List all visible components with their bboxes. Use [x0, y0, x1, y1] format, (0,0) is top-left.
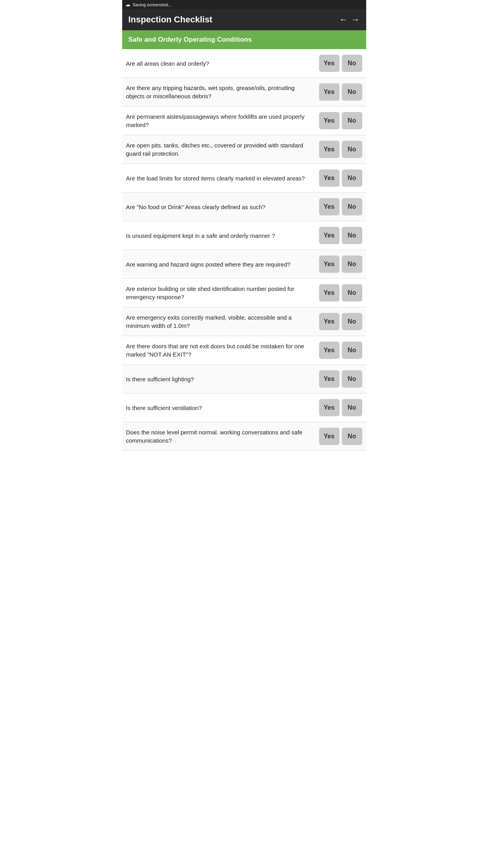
no-button[interactable]: No — [342, 342, 362, 359]
answer-button-group: YesNo — [319, 313, 362, 330]
table-row: Are emergency exits correctly marked, vi… — [122, 307, 366, 336]
question-text: Is there sufficient lighting? — [126, 375, 319, 383]
answer-button-group: YesNo — [319, 112, 362, 129]
answer-button-group: YesNo — [319, 227, 362, 244]
question-text: Are emergency exits correctly marked, vi… — [126, 313, 319, 330]
no-button[interactable]: No — [342, 55, 362, 72]
yes-button[interactable]: Yes — [319, 141, 339, 158]
navigation-arrows[interactable]: ← → — [339, 15, 360, 25]
no-button[interactable]: No — [342, 169, 362, 187]
no-button[interactable]: No — [342, 227, 362, 244]
no-button[interactable]: No — [342, 313, 362, 330]
yes-button[interactable]: Yes — [319, 83, 339, 101]
answer-button-group: YesNo — [319, 284, 362, 302]
yes-button[interactable]: Yes — [319, 55, 339, 72]
no-button[interactable]: No — [342, 284, 362, 302]
no-button[interactable]: No — [342, 399, 362, 416]
question-text: Are exterior building or site shed ident… — [126, 285, 319, 301]
table-row: Are there doors that are not exit doors … — [122, 336, 366, 365]
cloud-icon: ☁ — [125, 2, 130, 7]
table-row: Is unused equipment kept in a safe and o… — [122, 221, 366, 250]
question-text: Is there sufficient ventilation? — [126, 404, 319, 412]
answer-button-group: YesNo — [319, 370, 362, 388]
yes-button[interactable]: Yes — [319, 399, 339, 416]
table-row: Are all areas clean and orderly?YesNo — [122, 49, 366, 78]
no-button[interactable]: No — [342, 83, 362, 101]
table-row: Are warning and hazard signs posted wher… — [122, 250, 366, 279]
status-text: Saving screenshot... — [133, 2, 172, 7]
question-text: Does the noise level permit normal. work… — [126, 428, 319, 445]
yes-button[interactable]: Yes — [319, 313, 339, 330]
table-row: Are the load limits for stored items cle… — [122, 164, 366, 193]
question-text: Are there doors that are not exit doors … — [126, 342, 319, 359]
answer-button-group: YesNo — [319, 198, 362, 215]
no-button[interactable]: No — [342, 256, 362, 273]
arrow-right-icon[interactable]: → — [351, 15, 360, 25]
yes-button[interactable]: Yes — [319, 370, 339, 388]
status-bar: ☁ Saving screenshot... — [122, 0, 366, 9]
section-header-label: Safe and Orderly Operating Conditions — [128, 36, 252, 43]
question-text: Are "No food or Drink" Areas clearly def… — [126, 203, 319, 211]
answer-button-group: YesNo — [319, 256, 362, 273]
question-text: Are all areas clean and orderly? — [126, 59, 319, 68]
answer-button-group: YesNo — [319, 428, 362, 445]
answer-button-group: YesNo — [319, 169, 362, 187]
yes-button[interactable]: Yes — [319, 112, 339, 129]
yes-button[interactable]: Yes — [319, 256, 339, 273]
table-row: Are open pits. tanks, ditches etc., cove… — [122, 135, 366, 164]
yes-button[interactable]: Yes — [319, 342, 339, 359]
answer-button-group: YesNo — [319, 399, 362, 416]
question-text: Are there any tripping hazards, wet spot… — [126, 84, 319, 100]
answer-button-group: YesNo — [319, 141, 362, 158]
table-row: Are exterior building or site shed ident… — [122, 279, 366, 307]
table-row: Is there sufficient ventilation?YesNo — [122, 394, 366, 422]
arrow-left-icon[interactable]: ← — [339, 15, 348, 25]
table-row: Are "No food or Drink" Areas clearly def… — [122, 193, 366, 221]
question-text: Are warning and hazard signs posted wher… — [126, 260, 319, 268]
yes-button[interactable]: Yes — [319, 169, 339, 187]
answer-button-group: YesNo — [319, 55, 362, 72]
answer-button-group: YesNo — [319, 342, 362, 359]
no-button[interactable]: No — [342, 198, 362, 215]
page-title: Inspection Checklist — [128, 15, 213, 25]
question-text: Is unused equipment kept in a safe and o… — [126, 232, 319, 240]
no-button[interactable]: No — [342, 428, 362, 445]
question-text: Are permanent aisles/passageways where f… — [126, 112, 319, 129]
app-header: Inspection Checklist ← → — [122, 9, 366, 30]
yes-button[interactable]: Yes — [319, 198, 339, 215]
yes-button[interactable]: Yes — [319, 428, 339, 445]
table-row: Is there sufficient lighting?YesNo — [122, 365, 366, 394]
answer-button-group: YesNo — [319, 83, 362, 101]
section-header: Safe and Orderly Operating Conditions — [122, 30, 366, 49]
no-button[interactable]: No — [342, 370, 362, 388]
table-row: Are there any tripping hazards, wet spot… — [122, 78, 366, 107]
no-button[interactable]: No — [342, 141, 362, 158]
question-text: Are open pits. tanks, ditches etc., cove… — [126, 141, 319, 158]
no-button[interactable]: No — [342, 112, 362, 129]
table-row: Does the noise level permit normal. work… — [122, 422, 366, 451]
table-row: Are permanent aisles/passageways where f… — [122, 107, 366, 135]
yes-button[interactable]: Yes — [319, 284, 339, 302]
checklist-container: Are all areas clean and orderly?YesNoAre… — [122, 49, 366, 451]
yes-button[interactable]: Yes — [319, 227, 339, 244]
question-text: Are the load limits for stored items cle… — [126, 174, 319, 182]
